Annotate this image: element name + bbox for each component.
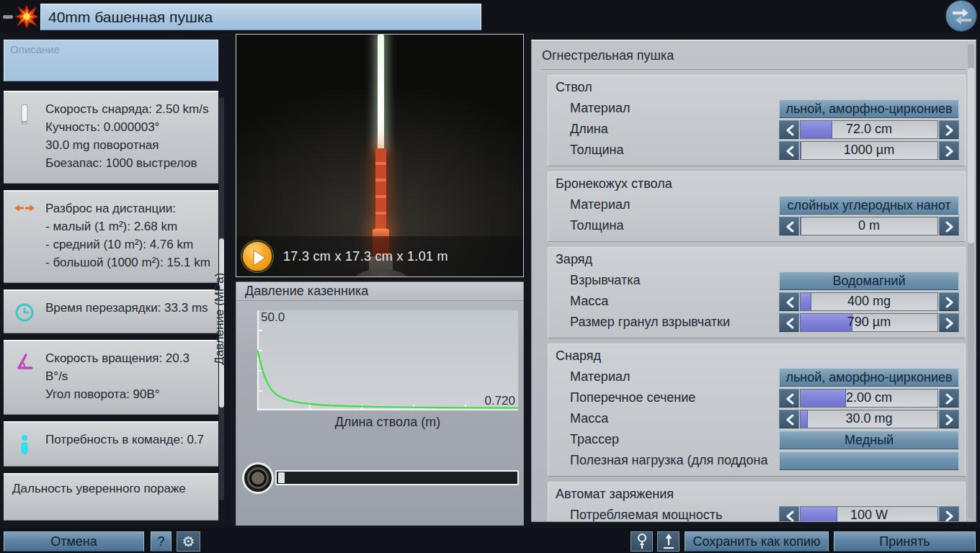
tracer-type-button[interactable]: Медный [779,431,959,449]
param-label: Материал [570,101,779,116]
upload-arrow-icon [662,533,676,550]
crew-icon [12,431,37,456]
param-row-jacket-material: Материал слойных углеродных нанот [554,194,959,215]
decrease-button[interactable] [779,506,799,523]
decrease-button[interactable] [779,141,799,160]
barrel-material-button[interactable]: льной, аморфно-циркониев [779,99,959,118]
param-row-payload: Полезная нагрузка (для поддона [554,450,959,471]
clock-icon [12,300,37,323]
param-label: Толщина [570,218,779,233]
power-draw-slider[interactable]: 100 W [800,506,938,523]
help-button[interactable]: ? [151,531,172,552]
weapon-name-input[interactable] [40,4,481,30]
bullet-icon [12,101,37,173]
export-button[interactable] [657,531,680,552]
breech-pressure-panel: Давление казенника Давление (MPa) 50.0 0… [236,282,524,526]
top-bar [0,0,980,33]
increase-button[interactable] [939,217,959,235]
model-dimensions: 17.3 cm x 17.3 cm x 1.01 m [283,249,448,264]
simulation-time-slider [242,461,519,495]
panel-scrollbar-thumb[interactable] [968,68,974,243]
param-label: Масса [570,294,779,309]
panel-scrollbar[interactable] [968,44,974,519]
param-label: Поперечное сечение [570,390,779,405]
param-row-power-draw: Потребляемая мощность 100 W [554,505,959,522]
time-slider-track[interactable] [275,470,519,485]
stat-text: Дальность уверенного пораже [12,480,211,498]
description-input[interactable] [4,40,218,81]
stats-sidebar: Скорость снаряда: 2.50 km/s Кучность: 0.… [4,40,224,523]
increase-button[interactable] [939,410,959,428]
section-barrel: Ствол Материал льной, аморфно-циркониев … [548,75,966,166]
stat-card-crew: Потребность в команде: 0.7 [4,421,218,467]
chart-title: Давление казенника [236,282,523,301]
stat-line: Кучность: 0.000003° [45,119,211,137]
increase-button[interactable] [939,141,959,160]
jacket-thickness-slider[interactable]: 0 m [800,217,938,235]
play-button[interactable] [241,240,273,272]
decrease-button[interactable] [779,217,799,235]
slider-value: 0 m [801,218,937,233]
swap-module-button[interactable] [945,0,977,32]
increase-button[interactable] [939,120,959,139]
param-label: Материал [570,369,779,385]
stat-line: 30.0 mg поворотная [45,137,211,155]
barrel-length-slider[interactable]: 72.0 cm [800,120,938,139]
param-label: Потребляемая мощность [570,508,779,522]
cancel-button[interactable]: Отмена [4,531,144,552]
param-row-barrel-length: Длина 72.0 cm [554,119,959,140]
param-row-charge-mass: Масса 400 mg [554,291,959,312]
spread-arrows-icon [12,200,37,272]
stat-line: - большой (1000 m²): 15.1 km [45,254,211,272]
param-row-projectile-mass: Масса 30.0 mg [554,408,959,429]
charge-mass-slider[interactable]: 400 mg [800,292,938,311]
param-label: Размер гранул взрывчатки [570,315,779,330]
stat-text: Скорость снаряда: 2.50 km/s Кучность: 0.… [45,101,211,173]
granule-size-slider[interactable]: 790 µm [800,313,938,332]
section-projectile: Снаряд Материал льной, аморфно-циркониев… [548,343,966,477]
payload-button[interactable] [779,451,959,470]
chart-plot-area: 50.0 0.720 [257,310,519,411]
cross-section-slider[interactable]: 2.00 cm [800,389,938,408]
explosion-icon [14,4,39,32]
increase-button[interactable] [939,313,959,332]
stat-line: Время перезарядки: 33.3 ms [45,300,211,318]
save-as-copy-button[interactable]: Сохранить как копию [685,531,829,552]
slider-value: 100 W [801,508,937,523]
increase-button[interactable] [939,292,959,311]
chart-y-axis-label: Давление (MPa) [213,272,227,364]
param-label: Масса [570,411,779,426]
explosive-type-button[interactable]: Водомагний [779,271,959,290]
slider-value: 72.0 cm [801,122,937,137]
param-label: Длина [570,122,779,137]
decrease-button[interactable] [779,410,799,428]
slider-value: 2.00 cm [801,390,937,405]
section-title: Заряд [554,251,959,270]
time-slider-handle[interactable] [278,472,285,483]
preview-overlay: 17.3 cm x 17.3 cm x 1.01 m [236,236,523,276]
weapon-3d-preview[interactable]: 17.3 cm x 17.3 cm x 1.01 m [236,34,524,277]
decrease-button[interactable] [779,292,799,311]
accept-button[interactable]: Принять [834,531,976,552]
param-row-granule-size: Размер гранул взрывчатки 790 µm [554,312,959,333]
stat-text: Разброс на дистанции: - малый (1 m²): 2.… [45,200,211,272]
slider-value: 30.0 mg [801,411,937,426]
pressure-curve-line [257,350,518,408]
projectile-mass-slider[interactable]: 30.0 mg [800,410,938,428]
increase-button[interactable] [939,506,959,523]
decrease-button[interactable] [779,313,799,332]
projectile-material-button[interactable]: льной, аморфно-циркониев [779,368,959,387]
jacket-material-button[interactable]: слойных углеродных нанот [779,196,959,215]
slider-value: 400 mg [801,294,937,309]
time-slider-knob[interactable] [242,462,274,494]
chart-y-max-tick: 50.0 [261,310,285,325]
gun-barrel [375,148,386,231]
decrease-button[interactable] [779,389,799,408]
mount-point-button[interactable] [631,531,653,552]
increase-button[interactable] [939,389,959,408]
barrel-thickness-slider[interactable]: 1000 µm [800,141,938,160]
section-charge: Заряд Взрывчатка Водомагний Масса 400 mg… [548,247,966,338]
settings-button[interactable]: ⚙ [177,531,200,552]
decrease-button[interactable] [779,120,799,139]
muzzle-beam [378,35,384,150]
